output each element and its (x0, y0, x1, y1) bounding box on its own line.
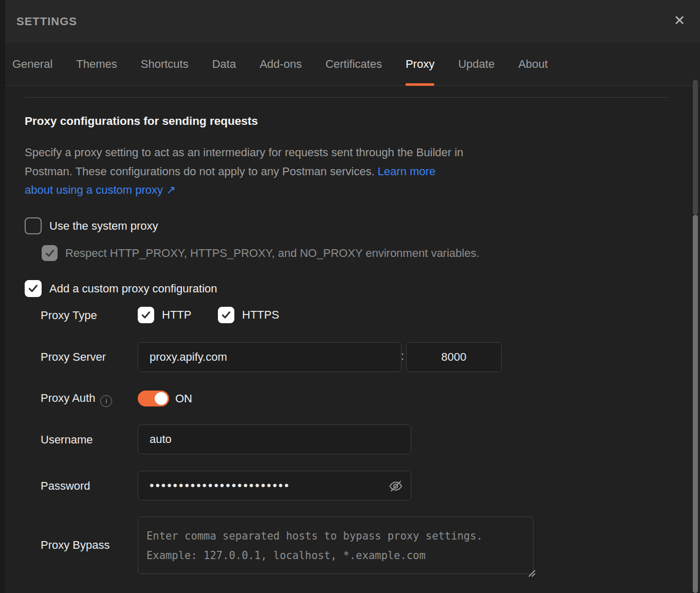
http-label[interactable]: HTTP (162, 308, 191, 322)
tab-general[interactable]: General (12, 43, 52, 85)
modal-title: SETTINGS (16, 15, 77, 28)
settings-tabbar: General Themes Shortcuts Data Add-ons Ce… (5, 43, 700, 86)
https-checkbox[interactable] (218, 307, 234, 323)
password-field-wrap (138, 471, 411, 501)
tab-data[interactable]: Data (212, 43, 236, 85)
proxy-settings-panel: Proxy configurations for sending request… (5, 86, 700, 593)
tab-addons[interactable]: Add-ons (260, 43, 302, 85)
proxy-host-input[interactable] (138, 342, 401, 372)
check-icon (141, 310, 151, 320)
info-icon[interactable]: i (100, 395, 112, 407)
respect-env-proxy-checkbox (42, 245, 58, 261)
custom-proxy-checkbox[interactable] (25, 280, 42, 297)
respect-env-proxy-label: Respect HTTP_PROXY, HTTPS_PROXY, and NO_… (65, 247, 480, 260)
password-input[interactable] (138, 471, 411, 501)
proxy-type-http-row: HTTP (138, 307, 191, 323)
proxy-server-label: Proxy Server (41, 350, 106, 364)
tab-about[interactable]: About (518, 43, 548, 85)
proxy-bypass-textarea[interactable] (138, 516, 533, 574)
modal-header: SETTINGS ✕ (5, 0, 700, 43)
tab-certificates[interactable]: Certificates (325, 43, 382, 85)
username-input[interactable] (138, 424, 411, 454)
proxy-auth-state: ON (175, 392, 192, 405)
use-system-proxy-label[interactable]: Use the system proxy (49, 219, 158, 233)
respect-env-proxy-row: Respect HTTP_PROXY, HTTPS_PROXY, and NO_… (42, 245, 480, 261)
use-system-proxy-row: Use the system proxy (25, 217, 158, 234)
username-label: Username (41, 433, 93, 447)
proxy-auth-toggle[interactable] (138, 391, 169, 406)
http-checkbox[interactable] (138, 307, 154, 323)
underlying-app-edge (0, 0, 5, 593)
custom-proxy-label[interactable]: Add a custom proxy configuration (49, 282, 217, 295)
custom-proxy-row: Add a custom proxy configuration (25, 280, 217, 297)
tab-shortcuts[interactable]: Shortcuts (141, 43, 189, 85)
close-icon[interactable]: ✕ (668, 9, 691, 32)
toggle-knob (155, 392, 168, 405)
use-system-proxy-checkbox[interactable] (25, 217, 42, 234)
scrollbar-track-segment[interactable] (693, 80, 698, 215)
external-link-arrow-icon: ↗ (166, 183, 175, 196)
section-description: Specify a proxy setting to act as an int… (25, 143, 464, 200)
tab-update[interactable]: Update (458, 43, 494, 85)
divider (25, 97, 668, 98)
password-label: Password (41, 479, 90, 493)
proxy-type-label: Proxy Type (41, 309, 97, 322)
eye-off-icon[interactable] (388, 478, 404, 494)
proxy-type-https-row: HTTPS (218, 307, 279, 323)
check-icon (221, 310, 231, 320)
proxy-bypass-label: Proxy Bypass (41, 539, 110, 552)
https-label[interactable]: HTTPS (242, 308, 279, 322)
check-icon (45, 248, 55, 258)
tab-themes[interactable]: Themes (76, 43, 117, 85)
scrollbar-thumb[interactable] (693, 215, 698, 593)
settings-modal: SETTINGS ✕ General Themes Shortcuts Data… (0, 0, 700, 593)
check-icon (28, 283, 39, 294)
proxy-port-input[interactable] (406, 342, 502, 372)
tab-proxy[interactable]: Proxy (406, 43, 434, 85)
proxy-auth-label: Proxy Authi (41, 392, 112, 407)
host-port-separator: : (401, 349, 404, 363)
section-heading: Proxy configurations for sending request… (25, 115, 258, 128)
